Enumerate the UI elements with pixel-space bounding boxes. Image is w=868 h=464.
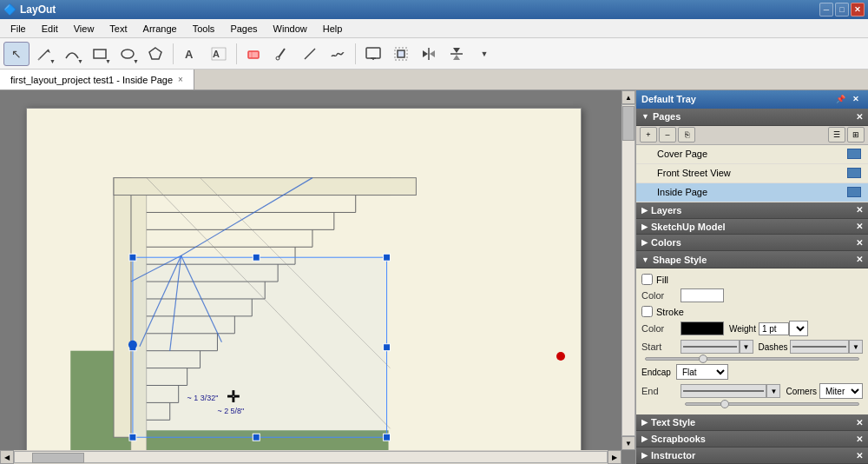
colors-section-title: Colors (651, 237, 681, 248)
eyedropper-tool[interactable] (269, 42, 295, 66)
text-tool[interactable]: A (178, 42, 204, 66)
freehand-tool[interactable] (325, 42, 351, 66)
shape-style-close-icon[interactable]: ✕ (856, 255, 863, 264)
panel-pin-button[interactable]: 📌 (833, 93, 847, 105)
svg-marker-20 (423, 50, 428, 57)
red-handle[interactable] (556, 352, 565, 361)
stroke-checkbox[interactable] (641, 306, 653, 317)
line-tool[interactable] (297, 42, 323, 66)
menu-file[interactable]: File (3, 22, 33, 36)
polygon-tool[interactable] (142, 42, 168, 66)
svg-rect-9 (248, 51, 259, 58)
text-style-close-icon[interactable]: ✕ (856, 418, 863, 428)
weight-select[interactable]: ▼ (789, 321, 808, 336)
ellipse-tool[interactable]: ▼ (115, 42, 141, 66)
stroke-slider-2[interactable] (685, 402, 859, 406)
rectangle-tool[interactable]: ▼ (87, 42, 113, 66)
scroll-up-button[interactable]: ▲ (621, 90, 635, 104)
svg-marker-5 (149, 48, 161, 59)
page-item-inside-label: Inside Page (657, 187, 707, 197)
pages-close-icon[interactable]: ✕ (856, 112, 863, 122)
colors-section-header[interactable]: ▶ Colors ✕ (636, 235, 868, 251)
close-button[interactable]: ✕ (851, 3, 865, 17)
stroke-slider-1[interactable] (645, 357, 859, 361)
sketchup-section-header[interactable]: ▶ SketchUp Model ✕ (636, 219, 868, 235)
end-line-preview (681, 384, 766, 398)
flip-v-tool[interactable] (444, 42, 470, 66)
weight-input[interactable] (759, 322, 789, 335)
panel-close-button[interactable]: ✕ (849, 93, 863, 105)
layers-close-icon[interactable]: ✕ (856, 205, 863, 215)
endcap-select[interactable]: Flat (676, 364, 728, 380)
page-item-front[interactable]: Front Street View (636, 164, 868, 183)
scroll-thumb-v[interactable] (622, 106, 635, 141)
pages-section: ▼ Pages ✕ + – ⎘ ☰ ⊞ Cover Page Front (636, 109, 868, 202)
menu-edit[interactable]: Edit (35, 22, 65, 36)
endcap-row: Endcap Flat (641, 364, 863, 380)
instructor-section-header[interactable]: ▶ Instructor ✕ (636, 447, 868, 464)
end-label: End (641, 386, 681, 396)
arc-tool[interactable]: ▼ (59, 42, 85, 66)
maximize-button[interactable]: □ (835, 3, 849, 17)
pages-section-header[interactable]: ▼ Pages ✕ (636, 109, 868, 126)
stroke-color-swatch[interactable] (681, 321, 724, 335)
add-page-button[interactable]: + (640, 127, 657, 143)
text-style-section-header[interactable]: ▶ Text Style ✕ (636, 414, 868, 431)
scroll-right-button[interactable]: ▶ (608, 450, 621, 464)
horizontal-scrollbar[interactable]: ◀ ▶ (0, 450, 621, 464)
scroll-track-h[interactable] (14, 451, 608, 463)
tab-title: first_layout_project test1 - Inside Page (10, 75, 173, 85)
eraser-tool[interactable] (241, 42, 267, 66)
monitor-tool[interactable] (360, 42, 386, 66)
scroll-track-v[interactable] (621, 104, 635, 436)
menu-arrange[interactable]: Arrange (136, 22, 184, 36)
end-line-select[interactable]: ▼ (766, 384, 780, 398)
dashes-line-select[interactable]: ▼ (849, 340, 863, 354)
colors-close-icon[interactable]: ✕ (856, 238, 863, 248)
flip-h-tool[interactable] (416, 42, 442, 66)
scrapbooks-section-header[interactable]: ▶ Scrapbooks ✕ (636, 431, 868, 447)
menu-pages[interactable]: Pages (223, 22, 264, 36)
menu-window[interactable]: Window (266, 22, 314, 36)
scroll-thumb-h[interactable] (32, 453, 84, 463)
start-line-select[interactable]: ▼ (740, 340, 753, 354)
svg-rect-3 (94, 50, 106, 58)
pages-toolbar: + – ⎘ ☰ ⊞ (636, 126, 868, 145)
menu-view[interactable]: View (67, 22, 102, 36)
corners-select[interactable]: Miter (819, 383, 863, 399)
minimize-button[interactable]: ─ (819, 3, 833, 17)
scrapbooks-close-icon[interactable]: ✕ (856, 434, 863, 444)
instructor-close-icon[interactable]: ✕ (856, 451, 863, 461)
page-item-cover[interactable]: Cover Page (636, 145, 868, 164)
svg-rect-67 (129, 434, 136, 441)
scroll-left-button[interactable]: ◀ (0, 450, 14, 464)
fill-color-swatch[interactable] (681, 288, 724, 302)
menu-tools[interactable]: Tools (186, 22, 222, 36)
duplicate-page-button[interactable]: ⎘ (678, 127, 695, 143)
pages-grid-view[interactable]: ⊞ (847, 127, 865, 143)
shape-style-section-header[interactable]: ▼ Shape Style ✕ (636, 251, 868, 268)
instructor-arrow: ▶ (641, 451, 648, 460)
pages-section-title: Pages (653, 111, 681, 122)
pages-list-view[interactable]: ☰ (828, 127, 845, 143)
fill-checkbox[interactable] (641, 274, 653, 285)
pencil-tool[interactable]: ▼ (31, 42, 57, 66)
remove-page-button[interactable]: – (659, 127, 676, 143)
canvas-area[interactable]: ✛ ~ 1 3/32" ~ 2 5/8" SKETCHUP MODEL CLIP… (0, 90, 635, 464)
menu-text[interactable]: Text (102, 22, 134, 36)
main-tab[interactable]: first_layout_project test1 - Inside Page… (0, 70, 194, 89)
page-item-inside[interactable]: Inside Page (636, 183, 868, 202)
vertical-scrollbar[interactable]: ▲ ▼ (621, 90, 635, 450)
scaled-text-tool[interactable]: A (206, 42, 232, 66)
sketchup-close-icon[interactable]: ✕ (856, 222, 863, 231)
scroll-down-button[interactable]: ▼ (621, 436, 635, 450)
move-tool[interactable] (388, 42, 414, 66)
dashes-line-preview (790, 340, 849, 354)
tab-close-button[interactable]: × (178, 75, 183, 84)
shape-style-section-title: Shape Style (653, 255, 707, 265)
select-tool[interactable]: ↖ (3, 42, 30, 66)
more-tools[interactable]: ▼ (471, 42, 497, 66)
layers-section-header[interactable]: ▶ Layers ✕ (636, 202, 868, 219)
menu-help[interactable]: Help (316, 22, 350, 36)
fill-color-label: Color (641, 290, 681, 301)
